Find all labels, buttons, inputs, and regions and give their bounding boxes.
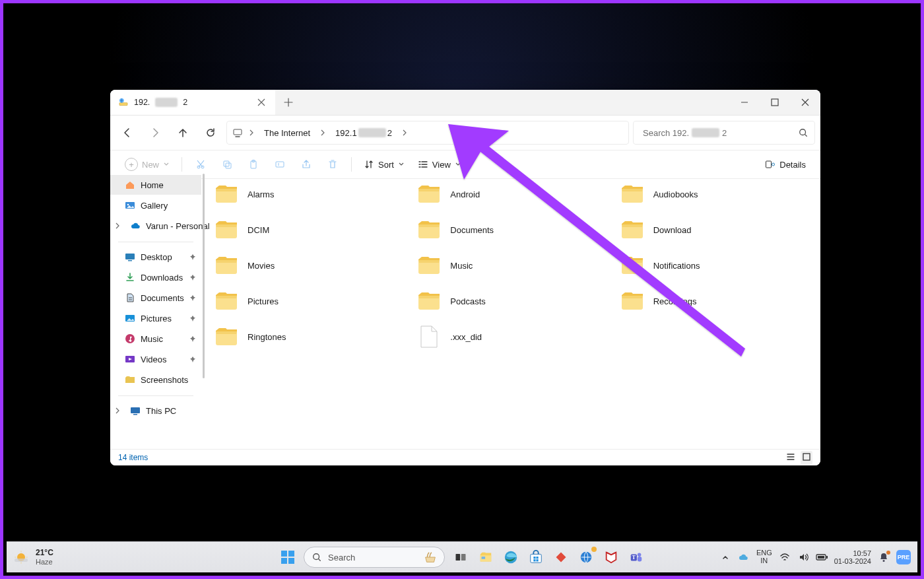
sidebar-item-home[interactable]: Home [110, 175, 201, 195]
folder-icon [416, 252, 442, 279]
folder-item[interactable]: Download [618, 215, 815, 245]
tab-title-prefix: 192. [134, 98, 150, 107]
chevron-right-icon[interactable] [401, 128, 408, 138]
details-button[interactable]: Details [760, 156, 811, 172]
chevron-down-icon [455, 160, 461, 170]
taskbar-app-explorer[interactable] [477, 548, 495, 566]
taskbar-app-store[interactable] [527, 548, 545, 566]
sidebar-item-gallery[interactable]: Gallery [110, 195, 201, 215]
search-input[interactable]: Search 192. 2 [633, 121, 815, 145]
folder-item[interactable]: Audiobooks [618, 179, 815, 209]
up-button[interactable] [171, 121, 195, 144]
notifications-icon[interactable] [878, 551, 890, 563]
svg-rect-40 [536, 559, 538, 561]
chevron-right-icon[interactable] [114, 221, 121, 231]
wifi-icon[interactable] [779, 551, 791, 563]
address-bar[interactable]: The Internet 192.1 2 [226, 121, 629, 145]
sidebar-item-this-pc[interactable]: This PC [110, 401, 201, 421]
sidebar-item-music[interactable]: Music [110, 329, 201, 349]
delete-button[interactable] [321, 156, 345, 172]
folder-item[interactable]: Podcasts [414, 286, 612, 316]
taskbar-search[interactable]: Search [304, 547, 445, 568]
sidebar-item-screenshots[interactable]: Screenshots [110, 370, 201, 390]
weather-widget[interactable]: 21°C Haze [7, 549, 53, 565]
new-tab-button[interactable] [275, 90, 302, 115]
chevron-right-icon[interactable] [248, 128, 255, 138]
rename-button[interactable] [268, 156, 292, 172]
chevron-right-icon[interactable] [114, 406, 121, 416]
sidebar-item-pictures[interactable]: Pictures [110, 308, 201, 328]
folder-item[interactable]: Alarms [212, 179, 409, 209]
folder-item[interactable]: Notifications [618, 250, 815, 281]
sidebar-scrollbar[interactable] [201, 174, 207, 450]
sidebar-item-onedrive[interactable]: Varun - Personal [110, 216, 201, 236]
start-button[interactable] [279, 548, 297, 566]
chevron-right-icon[interactable] [319, 128, 326, 138]
sort-button[interactable]: Sort [358, 156, 410, 172]
file-explorer-window: 192. 2 [110, 90, 820, 465]
item-label: Podcasts [450, 296, 485, 306]
paste-button[interactable] [242, 156, 265, 172]
close-window-button[interactable] [790, 90, 820, 115]
layout-icons-button[interactable] [801, 451, 812, 465]
svg-rect-48 [818, 556, 824, 559]
taskbar-app-teams[interactable]: T [627, 548, 645, 566]
maximize-button[interactable] [760, 90, 790, 115]
folder-item[interactable]: Ringtones [212, 322, 409, 352]
folder-item[interactable]: Movies [212, 250, 409, 281]
folder-item[interactable]: Recordings [618, 286, 815, 316]
cut-button[interactable] [189, 156, 213, 172]
taskbar-app-globe[interactable] [577, 548, 595, 566]
taskbar-app-mcafee[interactable] [602, 548, 620, 566]
sidebar-item-documents[interactable]: Documents [110, 288, 201, 308]
item-label: Download [653, 225, 692, 235]
sidebar-item-videos[interactable]: Videos [110, 349, 201, 369]
new-button[interactable]: + New [119, 155, 175, 174]
taskbar-app-diamond[interactable] [552, 548, 570, 566]
copy-button[interactable] [215, 156, 239, 172]
copilot-button[interactable]: PRE [896, 550, 911, 564]
svg-point-49 [883, 560, 885, 562]
items-view[interactable]: AlarmsAndroidAudiobooksDCIMDocumentsDown… [207, 174, 820, 450]
share-button[interactable] [294, 156, 318, 172]
forward-button[interactable] [143, 121, 167, 144]
tab-active[interactable]: 192. 2 [110, 90, 275, 115]
file-item[interactable]: .xxx_did [414, 322, 612, 352]
minimize-button[interactable] [729, 90, 760, 115]
sidebar-item-desktop[interactable]: Desktop [110, 247, 201, 267]
task-view-button[interactable] [451, 548, 470, 566]
breadcrumb-ip[interactable]: 192.1 2 [331, 128, 396, 138]
view-button[interactable]: View [412, 156, 467, 172]
folder-item[interactable]: Pictures [212, 286, 409, 316]
svg-rect-2 [772, 99, 778, 106]
item-label: Alarms [248, 189, 274, 199]
taskbar-app-edge[interactable] [502, 548, 520, 566]
pictures-icon [125, 313, 135, 324]
svg-rect-47 [826, 556, 828, 559]
tray-onedrive-icon[interactable] [738, 551, 750, 563]
volume-icon[interactable] [797, 551, 809, 563]
svg-rect-21 [131, 407, 140, 413]
folder-item[interactable]: Android [414, 179, 612, 209]
folder-item[interactable]: Documents [414, 215, 612, 245]
back-button[interactable] [116, 121, 139, 144]
folder-icon [125, 374, 135, 385]
language-indicator[interactable]: ENGIN [756, 549, 772, 564]
folder-icon [619, 252, 645, 279]
taskbar: 21°C Haze Search T ENGIN [7, 541, 917, 572]
refresh-button[interactable] [199, 121, 222, 144]
breadcrumb-internet[interactable]: The Internet [260, 128, 314, 138]
sidebar-item-downloads[interactable]: Downloads [110, 267, 201, 287]
item-label: .xxx_did [450, 332, 482, 342]
taskbar-center: Search T [279, 547, 645, 568]
layout-details-button[interactable] [785, 451, 797, 465]
folder-icon [619, 181, 645, 207]
clock[interactable]: 10:5701-03-2024 [834, 549, 871, 565]
desktop-icon [125, 252, 135, 262]
network-location-icon [118, 97, 129, 108]
folder-item[interactable]: Music [414, 250, 612, 281]
folder-item[interactable]: DCIM [212, 215, 409, 245]
battery-icon[interactable] [816, 551, 828, 563]
tray-overflow-button[interactable] [719, 551, 731, 563]
tab-close-button[interactable] [256, 97, 267, 108]
